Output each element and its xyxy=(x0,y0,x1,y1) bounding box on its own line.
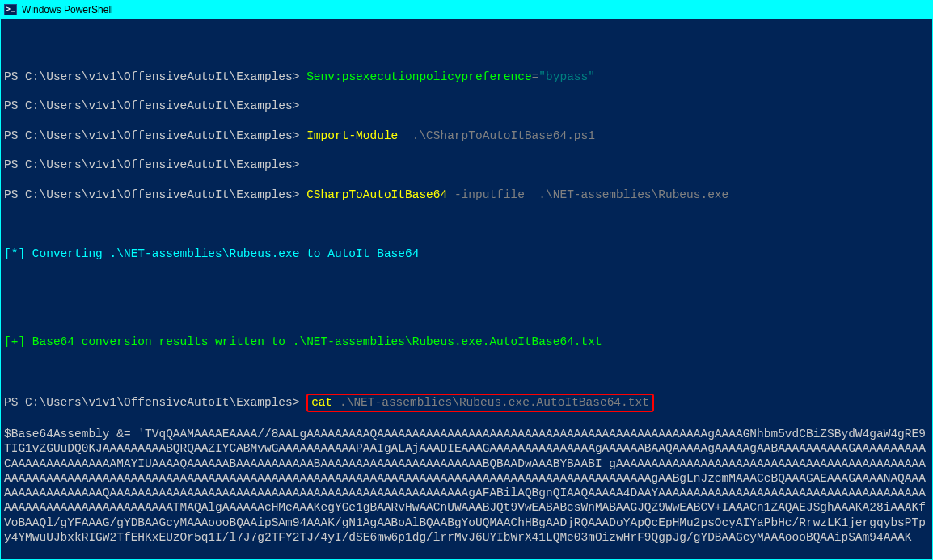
command-line-3: PS C:\Users\v1v1\OffensiveAutoIt\Example… xyxy=(4,187,929,202)
titlebar[interactable]: >_ Windows PowerShell xyxy=(1,1,932,19)
flag: -inputfile xyxy=(454,188,532,201)
output-line xyxy=(4,40,929,54)
powershell-icon: >_ xyxy=(4,4,17,15)
cmdlet: cat xyxy=(311,396,340,409)
string-literal: "bypass" xyxy=(538,70,595,83)
argument: .\CSharpToAutoItBase64.ps1 xyxy=(398,129,595,142)
status-converting: [*] Converting .\NET-assemblies\Rubeus.e… xyxy=(4,246,929,261)
prompt: PS C:\Users\v1v1\OffensiveAutoIt\Example… xyxy=(4,70,306,83)
spacer xyxy=(4,364,929,378)
highlighted-command: cat .\NET-assemblies\Rubeus.exe.AutoItBa… xyxy=(306,394,654,412)
prompt: PS C:\Users\v1v1\OffensiveAutoIt\Example… xyxy=(4,396,306,409)
powershell-window: >_ Windows PowerShell PS C:\Users\v1v1\O… xyxy=(0,0,933,560)
command-line-1: PS C:\Users\v1v1\OffensiveAutoIt\Example… xyxy=(4,69,929,84)
base64-block-1: $Base64Assembly &= 'TVqQAAMAAAAEAAAA//8A… xyxy=(4,427,929,545)
cmdlet: CSharpToAutoItBase64 xyxy=(306,188,454,201)
window-title: Windows PowerShell xyxy=(22,4,113,15)
prompt: PS C:\Users\v1v1\OffensiveAutoIt\Example… xyxy=(4,188,306,201)
status-success: [+] Base64 conversion results written to… xyxy=(4,335,929,349)
terminal-output[interactable]: PS C:\Users\v1v1\OffensiveAutoIt\Example… xyxy=(1,19,932,559)
prompt-line: PS C:\Users\v1v1\OffensiveAutoIt\Example… xyxy=(4,158,929,172)
cmdlet: Import-Module xyxy=(306,129,398,142)
prompt: PS C:\Users\v1v1\OffensiveAutoIt\Example… xyxy=(4,129,306,142)
ps-variable: $env:psexecutionpolicypreference xyxy=(306,70,531,83)
command-line-2: PS C:\Users\v1v1\OffensiveAutoIt\Example… xyxy=(4,128,929,143)
argument: .\NET-assemblies\Rubeus.exe.AutoItBase64… xyxy=(340,396,649,409)
spacer xyxy=(4,276,929,290)
command-line-cat: PS C:\Users\v1v1\OffensiveAutoIt\Example… xyxy=(4,394,929,412)
argument: .\NET-assemblies\Rubeus.exe xyxy=(532,188,729,201)
spacer xyxy=(4,305,929,320)
spacer xyxy=(4,217,929,231)
prompt-line: PS C:\Users\v1v1\OffensiveAutoIt\Example… xyxy=(4,99,929,113)
